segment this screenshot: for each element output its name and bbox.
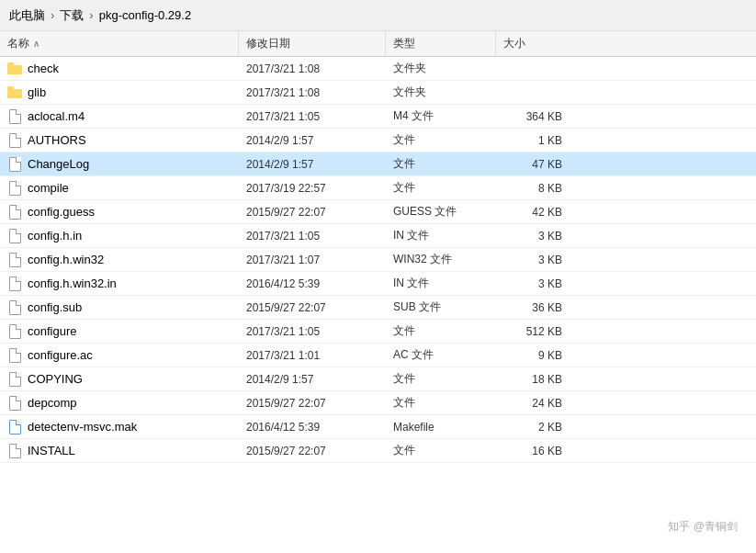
file-name-cell: depcomp [0,396,239,411]
file-row[interactable]: compile2017/3/19 22:57文件8 KB [0,176,756,200]
watermark: 知乎 @青铜剑 [668,519,738,535]
file-type-cell: 文件 [386,395,496,411]
file-size-cell: 512 KB [496,325,570,338]
file-name-text: AUTHORS [28,133,86,147]
file-icon [7,157,22,172]
file-date-cell: 2017/3/21 1:01 [239,349,386,362]
file-size-cell: 8 KB [496,182,570,195]
file-date-cell: 2016/4/12 5:39 [239,277,386,290]
file-type-cell: WIN32 文件 [386,252,496,267]
col-size-header[interactable]: 大小 [496,31,570,56]
file-name-cell: compile [0,181,239,196]
file-name-cell: COPYING [0,372,239,387]
file-name-cell: config.guess [0,205,239,220]
file-row[interactable]: glib2017/3/21 1:08文件夹 [0,81,756,105]
file-icon [7,253,22,267]
file-name-cell: config.h.in [0,229,239,243]
file-type-cell: SUB 文件 [386,299,496,315]
file-name-text: detectenv-msvc.mak [28,420,137,434]
file-type-cell: AC 文件 [386,347,496,363]
file-icon [7,348,22,363]
file-name-text: config.sub [28,300,82,314]
file-icon [7,133,22,148]
file-type-cell: Makefile [386,421,496,434]
file-size-cell: 47 KB [496,158,570,171]
file-date-cell: 2017/3/21 1:07 [239,254,386,266]
file-row[interactable]: AUTHORS2014/2/9 1:57文件1 KB [0,129,756,152]
folder-icon [7,85,22,100]
file-name-text: glib [28,85,46,99]
file-icon [7,229,22,243]
file-name-text: check [28,62,59,75]
file-type-cell: 文件 [386,180,496,196]
file-name-text: depcomp [28,396,76,410]
file-type-cell: 文件 [386,156,496,172]
file-date-cell: 2014/2/9 1:57 [239,158,386,171]
file-date-cell: 2015/9/27 22:07 [239,301,386,314]
file-size-cell: 364 KB [496,110,570,123]
file-name-cell: aclocal.m4 [0,109,239,124]
file-type-cell: GUESS 文件 [386,204,496,220]
file-type-cell: 文件 [386,443,496,458]
file-row[interactable]: check2017/3/21 1:08文件夹 [0,57,756,81]
file-icon [7,372,22,387]
file-name-text: INSTALL [28,444,75,457]
file-name-cell: configure.ac [0,348,239,363]
file-row[interactable]: config.h.win32.in2016/4/12 5:39IN 文件3 KB [0,272,756,296]
file-name-cell: ChangeLog [0,157,239,172]
file-date-cell: 2014/2/9 1:57 [239,134,386,147]
file-date-cell: 2014/2/9 1:57 [239,373,386,386]
file-name-cell: configure [0,324,239,339]
file-date-cell: 2017/3/21 1:05 [239,325,386,338]
file-icon [7,444,22,458]
file-date-cell: 2015/9/27 22:07 [239,445,386,457]
breadcrumb-download[interactable]: 下载 [60,7,84,24]
file-size-cell: 3 KB [496,254,570,266]
file-size-cell: 16 KB [496,445,570,457]
file-name-text: config.h.win32.in [28,276,117,290]
file-row[interactable]: detectenv-msvc.mak2016/4/12 5:39Makefile… [0,415,756,439]
breadcrumb-folder[interactable]: pkg-config-0.29.2 [99,8,191,22]
file-name-text: aclocal.m4 [28,109,85,123]
file-icon [7,324,22,339]
makefile-icon [7,420,22,434]
file-size-cell: 18 KB [496,373,570,386]
file-name-cell: config.h.win32 [0,253,239,267]
file-row[interactable]: configure2017/3/21 1:05文件512 KB [0,320,756,344]
file-row[interactable]: ChangeLog2014/2/9 1:57文件47 KB [0,152,756,176]
file-row[interactable]: aclocal.m42017/3/21 1:05M4 文件364 KB [0,105,756,129]
file-name-text: ChangeLog [28,157,89,171]
breadcrumb-pc[interactable]: 此电脑 [9,7,45,24]
file-name-text: configure [28,324,76,338]
folder-icon [7,62,22,76]
file-row[interactable]: configure.ac2017/3/21 1:01AC 文件9 KB [0,344,756,367]
file-icon [7,205,22,220]
col-name-header[interactable]: 名称 ∧ [0,31,239,56]
file-icon [7,109,22,124]
file-name-cell: INSTALL [0,444,239,458]
file-date-cell: 2015/9/27 22:07 [239,397,386,410]
file-size-cell: 2 KB [496,421,570,434]
file-row[interactable]: COPYING2014/2/9 1:57文件18 KB [0,367,756,391]
file-name-text: config.h.in [28,229,82,243]
file-list: check2017/3/21 1:08文件夹glib2017/3/21 1:08… [0,57,756,553]
col-date-header[interactable]: 修改日期 [239,31,386,56]
file-icon [7,181,22,196]
file-row[interactable]: config.guess2015/9/27 22:07GUESS 文件42 KB [0,200,756,224]
breadcrumb-sep-2: › [89,8,93,22]
col-type-header[interactable]: 类型 [386,31,496,56]
file-row[interactable]: depcomp2015/9/27 22:07文件24 KB [0,391,756,415]
file-row[interactable]: config.sub2015/9/27 22:07SUB 文件36 KB [0,296,756,320]
file-name-text: compile [28,181,69,195]
file-date-cell: 2017/3/21 1:05 [239,110,386,123]
file-row[interactable]: INSTALL2015/9/27 22:07文件16 KB [0,439,756,463]
file-type-cell: 文件 [386,323,496,339]
file-row[interactable]: config.h.win322017/3/21 1:07WIN32 文件3 KB [0,248,756,272]
column-header: 名称 ∧ 修改日期 类型 大小 [0,31,756,57]
file-row[interactable]: config.h.in2017/3/21 1:05IN 文件3 KB [0,224,756,248]
file-type-cell: 文件夹 [386,61,496,76]
file-icon [7,276,22,291]
breadcrumb: 此电脑 › 下载 › pkg-config-0.29.2 [0,0,756,31]
file-size-cell: 24 KB [496,397,570,410]
file-size-cell: 1 KB [496,134,570,147]
